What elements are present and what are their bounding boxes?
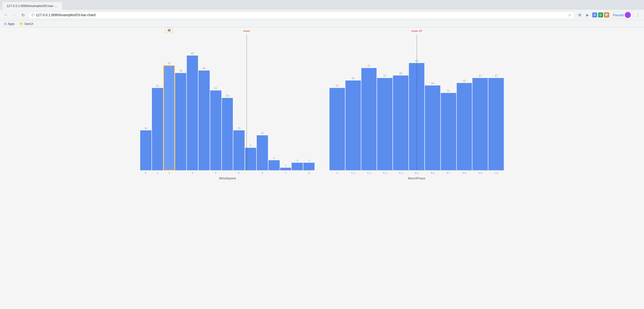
bar-rect-14[interactable] [303,163,314,170]
bar-value-label-6: 34 [431,82,434,85]
moon-x-axis: .00.10.20.30.40.50.60.70.80.91.0 [330,171,504,174]
x-label-12: 7 [280,171,291,174]
bar-group-1[interactable]: 33 [152,35,163,170]
x-label-9: 0.9 [472,171,488,174]
wind-chart-area: 163342423946403229169144133mean 01234567… [140,35,314,174]
reload-button[interactable]: ↻ [20,12,26,19]
bar-rect-0[interactable] [140,130,152,170]
x-label-10: 6 [257,171,268,174]
bar-rect-2[interactable] [361,68,377,170]
bar-value-label-8: 35 [463,79,466,82]
wind-bars-container: 163342423946403229169144133mean [140,35,314,170]
bar-rect-6[interactable] [210,91,222,170]
bookmark-star-icon[interactable]: ☆ [568,13,572,18]
profile-button[interactable]: Paused [610,11,634,19]
bar-group-7[interactable]: 31 [441,35,456,170]
bar-group-3[interactable]: 39 [175,35,186,170]
bar-group-8[interactable]: 16 [233,35,244,170]
bar-rect-1[interactable] [152,88,163,170]
bar-group-0[interactable]: 33 [330,35,345,170]
cast-icon[interactable]: ▶ [584,12,591,19]
bar-rect-8[interactable] [457,83,472,170]
bar-group-12[interactable]: 1 [280,35,291,170]
bar-group-2[interactable]: 4242 [164,35,175,170]
bar-value-label-5: 40 [202,67,206,70]
x-label-2: 2 [164,171,175,174]
bar-group-5[interactable]: 40 [198,35,210,170]
browser-chrome: 127.0.0.1:8080/examples/03-bar-chart/ ← … [0,0,644,28]
bar-rect-6[interactable] [425,86,440,170]
mean-label: mean [243,30,250,32]
x-label-9 [245,171,256,174]
bar-group-3[interactable]: 37 [377,35,392,170]
back-button[interactable]: ← [2,12,10,19]
bar-group-7[interactable]: 29 [222,35,233,170]
bar-group-9[interactable]: 37 [472,35,488,170]
bar-rect-1[interactable] [346,81,361,170]
bar-group-6[interactable]: 32 [210,35,222,170]
bar-rect-3[interactable] [377,78,392,170]
bar-value-label-12: 1 [285,164,286,167]
bar-rect-4[interactable] [393,76,408,170]
mean-label: mean 43 [412,30,422,32]
menu-button[interactable]: ⋮ [634,12,642,19]
ext-g-icon[interactable]: G [598,13,603,18]
bar-group-8[interactable]: 35 [457,35,472,170]
extensions-button[interactable]: ⊞ [576,12,583,19]
ext-h-icon[interactable]: H [592,13,597,18]
moon-phase-chart: 3336413738433431353737mean 43 .00.10.20.… [330,35,504,301]
address-bar[interactable]: ⓘ 127.0.0.1:8080/examples/03-bar-chart/ … [28,12,575,19]
genui-label: GenUI [24,22,33,26]
bar-group-11[interactable]: 4 [268,35,280,170]
bar-rect-10[interactable] [257,135,268,170]
x-label-4: 3 [187,171,198,174]
bar-group-10[interactable]: 37 [488,35,504,170]
bar-rect-3[interactable] [175,73,186,170]
bar-rect-10[interactable] [488,78,504,170]
bar-rect-2[interactable]: 42 [164,66,175,170]
nav-bar: ← → ↻ ⓘ 127.0.0.1:8080/examples/03-bar-c… [0,10,644,20]
bar-value-label-9: 9 [250,144,252,147]
bookmark-genui[interactable]: 📁 GenUI [18,22,34,26]
bar-rect-12[interactable] [280,168,291,170]
bookmark-apps[interactable]: ⊞ Apps [2,22,16,26]
mean-line [246,35,247,170]
url-text: 127.0.0.1:8080/examples/03-bar-chart/ [36,13,566,17]
x-label-5: 0.5 [409,171,424,174]
x-label-8: 5 [233,171,244,174]
apps-grid-icon: ⊞ [4,22,7,26]
bar-rect-13[interactable] [292,163,303,170]
x-label-3 [175,171,186,174]
moon-bars-container: 3336413738433431353737mean 43 [330,35,504,170]
bar-group-6[interactable]: 34 [425,35,440,170]
bar-value-label-13: 3 [296,159,298,162]
bar-rect-0[interactable] [330,88,345,170]
bar-rect-7[interactable] [441,93,456,170]
bar-rect-4[interactable] [187,56,198,170]
bar-group-4[interactable]: 46 [187,35,198,170]
bar-group-1[interactable]: 36 [346,35,361,170]
bar-group-10[interactable]: 14 [257,35,268,170]
wind-chart-title: WindSpeed [140,176,314,180]
bar-value-label-2: 41 [367,64,370,67]
lock-icon: ⓘ [31,13,34,17]
ext-orange-icon[interactable]: 📊 [604,13,609,18]
x-label-0: .0 [330,171,345,174]
bookmarks-bar: ⊞ Apps 📁 GenUI [0,20,644,27]
bar-rect-9[interactable] [472,78,488,170]
folder-icon: 📁 [20,22,24,26]
tab-title: 127.0.0.1:8080/examples/03-bar-chart/ [6,4,62,8]
bar-rect-5[interactable] [198,71,210,170]
bar-rect-7[interactable] [222,98,233,170]
profile-avatar [625,12,631,18]
forward-button[interactable]: → [11,12,18,19]
bar-group-13[interactable]: 3 [292,35,303,170]
bar-group-4[interactable]: 38 [393,35,408,170]
bar-group-0[interactable]: 16 [140,35,152,170]
x-label-14: 8 [303,171,314,174]
bar-rect-8[interactable] [233,130,244,170]
bar-rect-11[interactable] [268,160,280,170]
active-tab[interactable]: 127.0.0.1:8080/examples/03-bar-chart/ [2,2,62,10]
bar-group-2[interactable]: 41 [361,35,377,170]
bar-group-14[interactable]: 3 [303,35,314,170]
